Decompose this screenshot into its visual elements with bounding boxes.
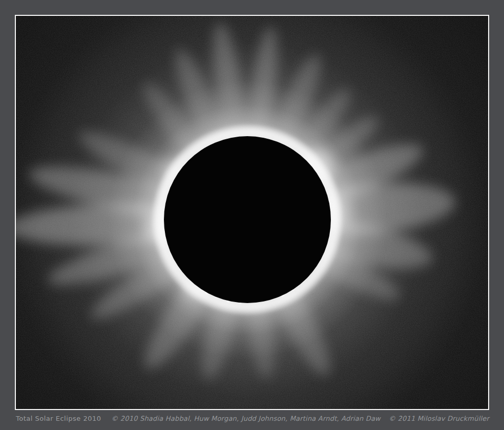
moon-disk — [164, 136, 331, 303]
page-background: Total Solar Eclipse 2010 © 2010 Shadia H… — [0, 0, 504, 430]
caption-bar: Total Solar Eclipse 2010 © 2010 Shadia H… — [16, 413, 489, 424]
credit-2011: © 2011 Miloslav Druckmüller — [389, 415, 489, 422]
photo-title: Total Solar Eclipse 2010 — [16, 415, 101, 422]
eclipse-photo-frame — [15, 15, 489, 410]
photo-credits: © 2010 Shadia Habbal, Huw Morgan, Judd J… — [111, 415, 489, 422]
credit-2010: © 2010 Shadia Habbal, Huw Morgan, Judd J… — [111, 415, 381, 422]
eclipse-photo — [16, 16, 488, 409]
